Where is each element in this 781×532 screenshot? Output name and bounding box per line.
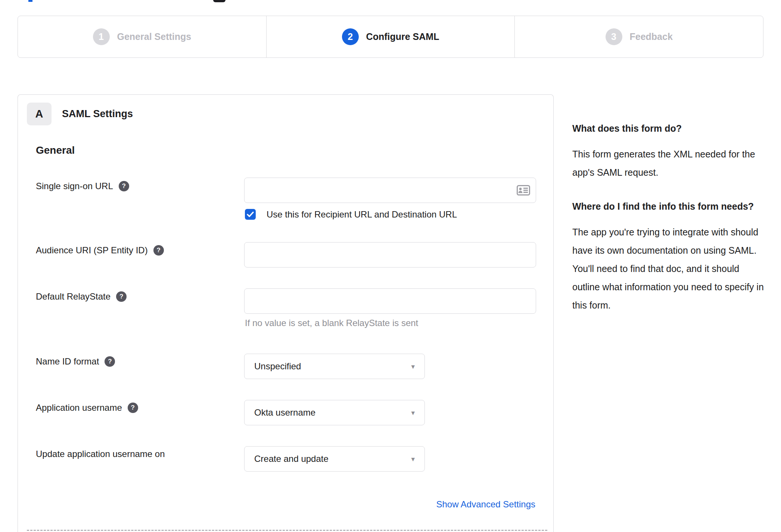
use-for-recipient-destination-label: Use this for Recipient URL and Destinati… (267, 209, 457, 220)
step-3-number-badge: 3 (606, 28, 622, 45)
audience-uri-input[interactable] (244, 242, 536, 267)
chevron-down-icon: ▾ (411, 409, 415, 417)
section-dashed-divider (27, 530, 547, 531)
show-advanced-settings-link[interactable]: Show Advanced Settings (436, 499, 535, 510)
update-application-username-value: Create and update (254, 454, 329, 464)
application-username-value: Okta username (254, 407, 315, 418)
panel-header: A SAML Settings (27, 103, 133, 125)
help-question-1: What does this form do? (572, 120, 765, 137)
step-2-label: Configure SAML (366, 31, 439, 42)
step-1-number-badge: 1 (93, 28, 110, 45)
default-relaystate-input[interactable] (244, 288, 536, 314)
update-application-username-select[interactable]: Create and update ▾ (244, 446, 425, 472)
single-sign-on-url-label: Single sign-on URL ? (36, 181, 129, 191)
help-icon[interactable]: ? (153, 245, 164, 256)
chevron-down-icon: ▾ (411, 455, 415, 463)
audience-uri-label: Audience URI (SP Entity ID) ? (36, 245, 164, 256)
wizard-stepper: 1 General Settings 2 Configure SAML 3 Fe… (18, 16, 763, 58)
step-general-settings[interactable]: 1 General Settings (18, 16, 266, 57)
help-answer-2: The app you're trying to integrate with … (572, 223, 765, 314)
help-icon[interactable]: ? (105, 356, 115, 367)
application-username-select[interactable]: Okta username ▾ (244, 400, 425, 425)
checkmark-icon (247, 212, 254, 217)
step-configure-saml[interactable]: 2 Configure SAML (266, 16, 515, 57)
update-application-username-label: Update application username on (36, 449, 165, 459)
help-question-2: Where do I find the info this form needs… (572, 198, 765, 215)
application-username-label: Application username ? (36, 403, 138, 413)
saml-settings-panel: A SAML Settings General Single sign-on U… (18, 94, 554, 532)
step-2-number-badge: 2 (342, 28, 359, 45)
relaystate-helper-text: If no value is set, a blank RelayState i… (245, 318, 418, 328)
cutoff-tab-underline-fragment (28, 0, 32, 2)
name-id-format-select[interactable]: Unspecified ▾ (244, 354, 425, 379)
help-answer-1: This form generates the XML needed for t… (572, 145, 765, 182)
name-id-format-value: Unspecified (254, 361, 301, 372)
step-feedback[interactable]: 3 Feedback (514, 16, 763, 57)
panel-title: SAML Settings (62, 108, 133, 120)
general-section-heading: General (36, 144, 75, 156)
section-a-badge: A (27, 103, 52, 125)
cutoff-dark-control-fragment (213, 0, 225, 2)
help-sidebar: What does this form do? This form genera… (572, 120, 765, 314)
default-relaystate-label: Default RelayState ? (36, 291, 127, 302)
step-1-label: General Settings (117, 31, 192, 42)
use-for-recipient-destination-checkbox[interactable] (245, 209, 256, 220)
help-icon[interactable]: ? (116, 291, 127, 302)
help-icon[interactable]: ? (128, 403, 138, 413)
help-icon[interactable]: ? (119, 181, 129, 191)
step-3-label: Feedback (630, 31, 673, 42)
single-sign-on-url-input[interactable] (244, 178, 536, 203)
name-id-format-label: Name ID format ? (36, 356, 115, 367)
chevron-down-icon: ▾ (411, 362, 415, 371)
